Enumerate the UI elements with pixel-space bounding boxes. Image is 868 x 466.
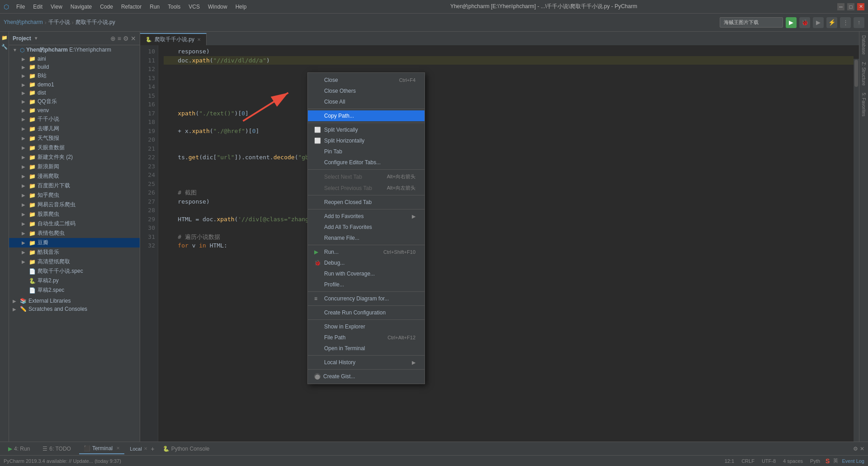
ctx-rename[interactable]: Rename File... — [308, 233, 425, 243]
ctx-local-history[interactable]: Local History ▶ — [308, 357, 425, 368]
menu-vcs[interactable]: VCS — [185, 3, 203, 11]
bottom-tab-python-console[interactable]: 🐍 Python Console — [158, 444, 214, 454]
run-button[interactable]: ▶ — [786, 17, 797, 28]
status-encoding[interactable]: UTF-8 — [760, 457, 778, 465]
tree-item-xinlang[interactable]: ▶ 📁 新浪新闻 — [9, 162, 140, 171]
add-terminal-button[interactable]: + — [151, 445, 155, 452]
tree-item-venv[interactable]: ▶ 📁 venv — [9, 106, 140, 114]
editor-tab-main[interactable]: 🐍 爬取千千小说.py ✕ — [140, 33, 207, 45]
ctx-close[interactable]: Close Ctrl+F4 — [308, 75, 425, 86]
ctx-show-explorer[interactable]: Show in Explorer — [308, 321, 425, 332]
tree-item-extlibs[interactable]: ▶ 📚 External Libraries — [9, 297, 140, 305]
menu-edit[interactable]: Edit — [29, 3, 46, 11]
terminal-local-label[interactable]: Local — [130, 446, 142, 452]
tab-close-icon[interactable]: ✕ — [197, 37, 201, 42]
ctx-configure-tabs[interactable]: Configure Editor Tabs... — [308, 157, 425, 168]
project-settings-btn[interactable]: ⚙ — [123, 35, 129, 42]
bottom-tab-run[interactable]: ▶ 4: Run — [4, 444, 34, 454]
maximize-button[interactable]: □ — [847, 3, 854, 10]
breadcrumb-folder[interactable]: 千千小说 — [48, 19, 70, 26]
editor-scrollbar[interactable] — [854, 59, 859, 442]
tree-item-baidu[interactable]: ▶ 📁 百度图片下载 — [9, 181, 140, 190]
event-log-link[interactable]: Event Log — [842, 458, 864, 464]
ctx-debug[interactable]: 🐞Debug... — [308, 257, 425, 268]
close-bottom-btn[interactable]: ✕ — [860, 446, 864, 452]
tree-item-demo1[interactable]: ▶ 📁 demo1 — [9, 81, 140, 89]
bottom-tab-todo[interactable]: ☰ 6: TODO — [38, 444, 75, 454]
tree-item-qunar[interactable]: ▶ 📁 去哪儿网 — [9, 124, 140, 133]
tree-item-spec[interactable]: ▶ 📄 爬取千千小说.spec — [9, 266, 140, 276]
menu-file[interactable]: File — [13, 3, 28, 11]
bottom-tab-terminal[interactable]: ⬛ Terminal ✕ — [79, 443, 124, 454]
tree-item-aini[interactable]: ▶ 📁 aini — [9, 55, 140, 63]
ctx-concurrency[interactable]: ≡Concurrency Diagram for... — [308, 293, 425, 304]
tree-item-newdir[interactable]: ▶ 📁 新建文件夹 (2) — [9, 152, 140, 162]
project-add-btn[interactable]: ⊕ — [110, 35, 116, 42]
menu-code[interactable]: Code — [96, 3, 117, 11]
ctx-reopen[interactable]: Reopen Closed Tab — [308, 197, 425, 208]
tree-item-qianqian[interactable]: ▶ 📁 千千小说 — [9, 114, 140, 124]
window-controls[interactable]: ─ □ ✕ — [837, 3, 864, 10]
menu-tools[interactable]: Tools — [164, 3, 184, 11]
tree-item-tianyan[interactable]: ▶ 📁 天眼查数据 — [9, 143, 140, 152]
right-tab-review[interactable]: 5: Favorites — [860, 89, 867, 120]
ctx-copy-path[interactable]: Copy Path... — [308, 110, 425, 121]
tree-root[interactable]: ▼ ⬡ Yhen的phcharm E:\Yhen\phcharm — [9, 45, 140, 55]
terminal-tab-close-icon[interactable]: ✕ — [116, 446, 120, 451]
ctx-file-path[interactable]: File Path Ctrl+Alt+F12 — [308, 332, 425, 343]
close-button[interactable]: ✕ — [857, 3, 864, 10]
activity-structure-icon[interactable]: 🔧 — [0, 43, 9, 51]
tree-item-qrcode[interactable]: ▶ 📁 自动生成二维码 — [9, 219, 140, 228]
status-position[interactable]: 12:1 — [723, 457, 736, 465]
tree-item-zhihu[interactable]: ▶ 📁 知乎爬虫 — [9, 190, 140, 200]
activity-project-icon[interactable]: 📁 — [0, 33, 9, 42]
tree-item-build[interactable]: ▶ 📁 build — [9, 63, 140, 71]
ctx-add-all-favorites[interactable]: Add All To Favorites — [308, 222, 425, 233]
tree-item-py2[interactable]: ▶ 🐍 草稿2.py — [9, 276, 140, 285]
tree-item-spec2[interactable]: ▶ 📄 草稿2.spec — [9, 285, 140, 295]
project-collapse-btn[interactable]: ≡ — [118, 35, 121, 42]
right-tab-database[interactable]: Database — [860, 32, 867, 58]
menu-help[interactable]: Help — [232, 3, 250, 11]
tree-item-kuwo[interactable]: ▶ 📁 酷我音乐 — [9, 247, 140, 257]
status-indent[interactable]: 4 spaces — [781, 457, 805, 465]
project-close-btn[interactable]: ✕ — [131, 35, 136, 42]
profile-button[interactable]: ⚡ — [826, 17, 837, 28]
ctx-create-gist[interactable]: ⬤Create Gist... — [308, 371, 425, 382]
terminal-local-close[interactable]: ✕ — [144, 446, 147, 451]
coverage-button[interactable]: ▶ — [813, 17, 824, 28]
ctx-run[interactable]: ▶Run... Ctrl+Shift+F10 — [308, 247, 425, 257]
menu-view[interactable]: View — [47, 3, 66, 11]
tree-item-scratches[interactable]: ▶ ✏️ Scratches and Consoles — [9, 305, 140, 313]
menu-refactor[interactable]: Refactor — [118, 3, 145, 11]
tree-item-qq[interactable]: ▶ 📁 QQ音乐 — [9, 97, 140, 106]
tree-item-wallpaper[interactable]: ▶ 📁 高清壁纸爬取 — [9, 257, 140, 266]
run-config-selector[interactable]: 海贼王图片下载 — [720, 17, 783, 28]
app-menu[interactable]: ⬡ File Edit View Navigate Code Refactor … — [4, 3, 250, 11]
scrollbar-thumb[interactable] — [854, 60, 858, 87]
ctx-add-favorites[interactable]: Add to Favorites ▶ — [308, 211, 425, 222]
debug-button[interactable]: 🐞 — [799, 17, 810, 28]
ctx-close-all[interactable]: Close All — [308, 96, 425, 107]
right-tab-structure[interactable]: Z: Structure — [860, 58, 867, 89]
tree-item-weather[interactable]: ▶ 📁 天气预报 — [9, 133, 140, 143]
tree-item-stock[interactable]: ▶ 📁 股票爬虫 — [9, 209, 140, 219]
ctx-create-run[interactable]: Create Run Configuration — [308, 307, 425, 318]
minimize-button[interactable]: ─ — [837, 3, 844, 10]
menu-window[interactable]: Window — [204, 3, 231, 11]
ctx-split-v[interactable]: ⬜Split Vertically — [308, 124, 425, 135]
status-lang[interactable]: Pyth — [808, 457, 822, 465]
tree-item-douban[interactable]: ▶ 📁 豆瓣 — [9, 238, 140, 247]
ctx-profile[interactable]: Profile... — [308, 279, 425, 290]
breadcrumb-file[interactable]: 爬取千千小说.py — [75, 19, 115, 26]
update-button[interactable]: ↑ — [854, 17, 864, 28]
code-editor[interactable]: response) doc.xpath("//div/dl/dd/a") xpa… — [158, 45, 859, 442]
status-line-sep[interactable]: CRLF — [740, 457, 756, 465]
menu-run[interactable]: Run — [146, 3, 163, 11]
tree-item-manhua[interactable]: ▶ 📁 漫画爬取 — [9, 171, 140, 181]
tree-item-emoji[interactable]: ▶ 📁 表情包爬虫 — [9, 228, 140, 238]
tree-item-bzhan[interactable]: ▶ 📁 B站 — [9, 71, 140, 81]
ctx-run-coverage[interactable]: Run with Coverage... — [308, 268, 425, 279]
breadcrumb-root[interactable]: Yhen的phcharm — [4, 19, 43, 26]
more-run-button[interactable]: ⋮ — [840, 17, 851, 28]
